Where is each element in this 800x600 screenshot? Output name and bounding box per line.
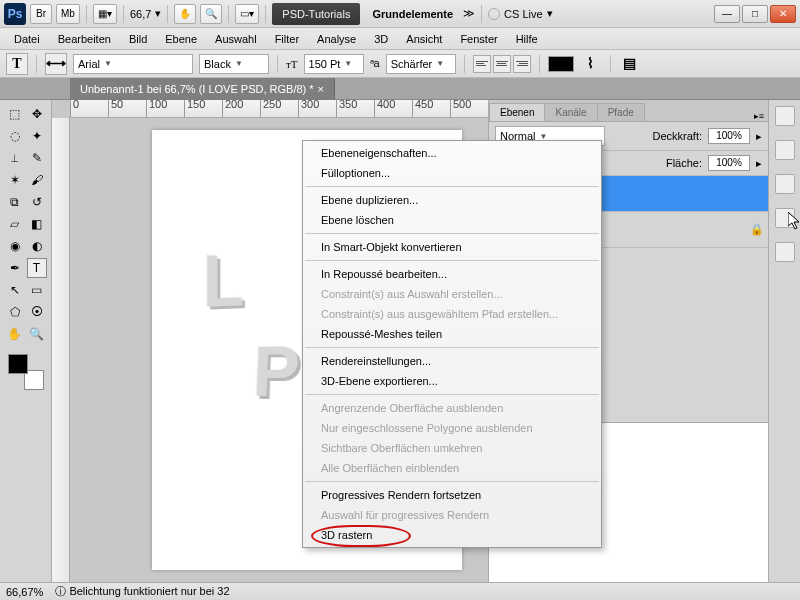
hand-tool[interactable]: ✋ — [5, 324, 25, 344]
tab-ebenen[interactable]: Ebenen — [489, 103, 545, 121]
menu-hilfe[interactable]: Hilfe — [508, 31, 546, 47]
document-tab-bar: Unbenannt-1 bei 66,7% (I LOVE PSD, RGB/8… — [0, 78, 800, 100]
screen-mode-button[interactable]: ▭▾ — [235, 4, 259, 24]
font-size-select[interactable]: 150 Pt▼ — [304, 54, 364, 74]
ctx-eingeschlossene-polygone: Nur eingeschlossene Polygone ausblenden — [303, 418, 601, 438]
blur-tool[interactable]: ◉ — [5, 236, 25, 256]
type-tool[interactable]: T — [27, 258, 47, 278]
menu-bar: Datei Bearbeiten Bild Ebene Auswahl Filt… — [0, 28, 800, 50]
menu-fenster[interactable]: Fenster — [452, 31, 505, 47]
antialiasing-select[interactable]: Schärfer▼ — [386, 54, 456, 74]
history-brush-tool[interactable]: ↺ — [27, 192, 47, 212]
brush-tool[interactable]: 🖌 — [27, 170, 47, 190]
fill-field[interactable]: 100% — [708, 155, 750, 171]
align-center-button[interactable] — [493, 55, 511, 73]
ctx-ebeneneigenschaften[interactable]: Ebeneneigenschaften... — [303, 143, 601, 163]
menu-analyse[interactable]: Analyse — [309, 31, 364, 47]
tab-kanaele[interactable]: Kanäle — [544, 103, 597, 121]
ctx-sichtbare-umkehren: Sichtbare Oberflächen umkehren — [303, 438, 601, 458]
tool-preset[interactable]: T — [6, 53, 28, 75]
view-extras-button[interactable]: ▦▾ — [93, 4, 117, 24]
dock-color-icon[interactable] — [775, 106, 795, 126]
fill-flyout-icon[interactable]: ▸ — [756, 157, 762, 170]
maximize-button[interactable]: □ — [742, 5, 768, 23]
font-family-select[interactable]: Arial▼ — [73, 54, 193, 74]
zoom-tool-button[interactable]: 🔍 — [200, 4, 222, 24]
pen-tool[interactable]: ✒ — [5, 258, 25, 278]
font-weight-select[interactable]: Black▼ — [199, 54, 269, 74]
shape-tool[interactable]: ▭ — [27, 280, 47, 300]
text-orientation-button[interactable]: ⟷ — [45, 53, 67, 75]
ctx-rendereinstellungen[interactable]: Rendereinstellungen... — [303, 351, 601, 371]
opacity-flyout-icon[interactable]: ▸ — [756, 130, 762, 143]
dock-swatches-icon[interactable] — [775, 174, 795, 194]
tab-pfade[interactable]: Pfade — [597, 103, 645, 121]
magic-wand-tool[interactable]: ✦ — [27, 126, 47, 146]
ctx-ebene-loeschen[interactable]: Ebene löschen — [303, 210, 601, 230]
zoom-level[interactable]: 66,7 — [130, 8, 151, 20]
ctx-3d-rastern[interactable]: 3D rastern — [303, 525, 601, 545]
menu-bild[interactable]: Bild — [121, 31, 155, 47]
toolbox: ⬚✥ ◌✦ ⟂✎ ✶🖌 ⧉↺ ▱◧ ◉◐ ✒T ↖▭ ⬠⦿ ✋🔍 — [0, 100, 52, 582]
minibridge-button[interactable]: Mb — [56, 4, 80, 24]
gradient-tool[interactable]: ◧ — [27, 214, 47, 234]
move-tool[interactable]: ✥ — [27, 104, 47, 124]
opacity-field[interactable]: 100% — [708, 128, 750, 144]
layers-panel-tabs: Ebenen Kanäle Pfade ▸≡ — [489, 100, 768, 122]
lasso-tool[interactable]: ◌ — [5, 126, 25, 146]
canvas-letter-p: P — [251, 331, 300, 414]
panel-menu-icon[interactable]: ▸≡ — [754, 111, 764, 121]
menu-ansicht[interactable]: Ansicht — [398, 31, 450, 47]
workspace-name[interactable]: Grundelemente — [372, 8, 453, 20]
cslive-label[interactable]: CS Live — [504, 8, 543, 20]
path-selection-tool[interactable]: ↖ — [5, 280, 25, 300]
app-logo: Ps — [4, 3, 26, 25]
ctx-ebene-duplizieren[interactable]: Ebene duplizieren... — [303, 190, 601, 210]
healing-tool[interactable]: ✶ — [5, 170, 25, 190]
3d-camera-tool[interactable]: ⦿ — [27, 302, 47, 322]
warp-text-button[interactable]: ⌇ — [580, 53, 602, 75]
menu-filter[interactable]: Filter — [267, 31, 307, 47]
align-left-button[interactable] — [473, 55, 491, 73]
ctx-constraints-pfad: Constraint(s) aus ausgewähltem Pfad erst… — [303, 304, 601, 324]
text-color-swatch[interactable] — [548, 56, 574, 72]
menu-bearbeiten[interactable]: Bearbeiten — [50, 31, 119, 47]
dock-layers-icon[interactable] — [775, 242, 795, 262]
align-right-button[interactable] — [513, 55, 531, 73]
dock-adjustments-icon[interactable] — [775, 140, 795, 160]
chevron-right-icon[interactable]: ≫ — [463, 7, 475, 20]
selection-tool[interactable]: ⬚ — [5, 104, 25, 124]
eyedropper-tool[interactable]: ✎ — [27, 148, 47, 168]
stamp-tool[interactable]: ⧉ — [5, 192, 25, 212]
menu-datei[interactable]: Datei — [6, 31, 48, 47]
3d-tool[interactable]: ⬠ — [5, 302, 25, 322]
close-button[interactable]: ✕ — [770, 5, 796, 23]
opacity-label: Deckkraft: — [652, 130, 702, 142]
color-swatches[interactable] — [8, 354, 44, 390]
minimize-button[interactable]: — — [714, 5, 740, 23]
options-bar: T ⟷ Arial▼ Black▼ тT 150 Pt▼ ᵃa Schärfer… — [0, 50, 800, 78]
breadcrumb-tag[interactable]: PSD-Tutorials — [272, 3, 360, 25]
ctx-repousse-bearbeiten[interactable]: In Repoussé bearbeiten... — [303, 264, 601, 284]
zoom-tool[interactable]: 🔍 — [27, 324, 47, 344]
paragraph-panel-button[interactable]: ▤ — [619, 53, 641, 75]
menu-auswahl[interactable]: Auswahl — [207, 31, 265, 47]
menu-3d[interactable]: 3D — [366, 31, 396, 47]
tab-close-icon[interactable]: × — [318, 83, 324, 95]
bridge-button[interactable]: Br — [30, 4, 52, 24]
canvas-letter-l: L — [202, 239, 244, 324]
dock-tools-icon[interactable] — [775, 208, 795, 228]
eraser-tool[interactable]: ▱ — [5, 214, 25, 234]
menu-ebene[interactable]: Ebene — [157, 31, 205, 47]
ctx-progressives-rendern[interactable]: Progressives Rendern fortsetzen — [303, 485, 601, 505]
ctx-3d-ebene-exportieren[interactable]: 3D-Ebene exportieren... — [303, 371, 601, 391]
crop-tool[interactable]: ⟂ — [5, 148, 25, 168]
dodge-tool[interactable]: ◐ — [27, 236, 47, 256]
status-zoom[interactable]: 66,67% — [6, 586, 43, 598]
ctx-fuelloptionen[interactable]: Fülloptionen... — [303, 163, 601, 183]
document-tab[interactable]: Unbenannt-1 bei 66,7% (I LOVE PSD, RGB/8… — [70, 78, 335, 100]
hand-tool-button[interactable]: ✋ — [174, 4, 196, 24]
ctx-repousse-meshes[interactable]: Repoussé-Meshes teilen — [303, 324, 601, 344]
status-message: ⓘ Belichtung funktioniert nur bei 32 — [55, 584, 229, 599]
ctx-smart-objekt[interactable]: In Smart-Objekt konvertieren — [303, 237, 601, 257]
